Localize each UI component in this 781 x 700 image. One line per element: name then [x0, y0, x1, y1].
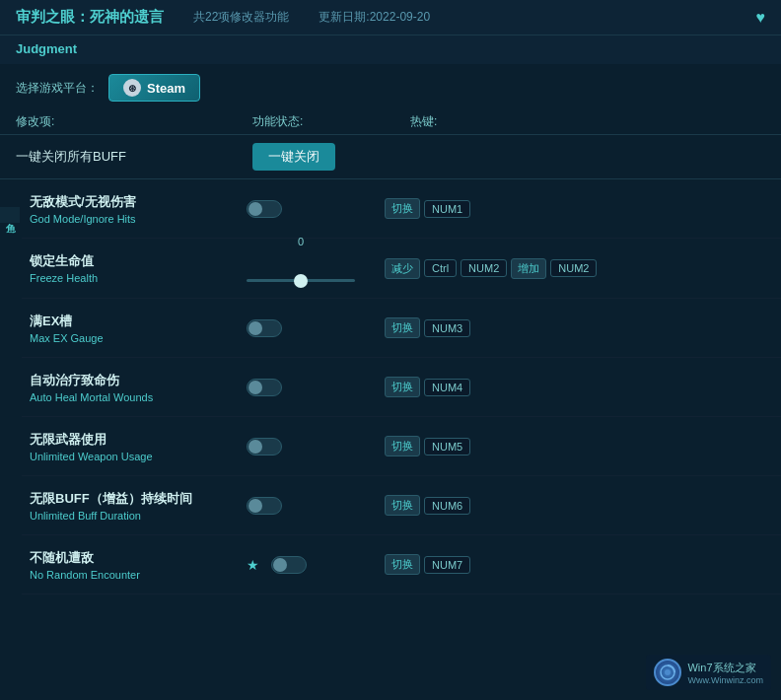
mod-row: 无限武器使用Unlimited Weapon Usage切换NUM5 — [22, 417, 781, 476]
hotkey-badge[interactable]: NUM7 — [424, 556, 470, 574]
mod-info: 不随机遭敌No Random Encounter — [30, 549, 247, 581]
mod-row: 锁定生命值Freeze Health0减少CtrlNUM2增加NUM2 — [22, 239, 781, 299]
hotkey-label[interactable]: 切换 — [385, 377, 420, 397]
hotkey-badge[interactable]: NUM6 — [424, 497, 470, 515]
mod-toggle-area — [247, 497, 385, 515]
watermark-url: Www.Winwinz.com — [687, 675, 763, 685]
game-title-en: Judgment — [16, 41, 765, 56]
watermark-text-block: Win7系统之家 Www.Winwinz.com — [687, 661, 763, 685]
mod-hotkey-area: 切换NUM3 — [385, 317, 765, 338]
mod-toggle[interactable] — [247, 379, 282, 396]
toggle-knob — [248, 440, 262, 454]
mod-info: 无限武器使用Unlimited Weapon Usage — [30, 431, 247, 462]
mod-name-en: Max EX Gauge — [30, 332, 247, 344]
slider-value: 0 — [291, 236, 311, 247]
game-title-cn: 审判之眼：死神的遗言 — [16, 8, 164, 27]
toggle-knob — [273, 558, 287, 572]
mod-name-cn: 锁定生命值 — [30, 252, 247, 270]
hotkey-badge[interactable]: NUM1 — [424, 200, 470, 218]
watermark: Win7系统之家 Www.Winwinz.com — [646, 655, 771, 690]
hotkey-badge[interactable]: NUM2 — [550, 259, 597, 277]
steam-label: Steam — [147, 81, 185, 96]
hotkey-label[interactable]: 切换 — [385, 554, 420, 575]
update-date: 更新日期:2022-09-20 — [319, 9, 430, 26]
mod-name-en: God Mode/Ignore Hits — [30, 213, 247, 225]
health-slider[interactable] — [247, 279, 355, 282]
heart-icon[interactable]: ♥ — [756, 9, 766, 27]
hotkey-label[interactable]: 切换 — [385, 436, 420, 456]
mod-toggle-area: ★ — [247, 556, 385, 574]
header: 审判之眼：死神的遗言 共22项修改器功能 更新日期:2022-09-20 ♥ — [0, 0, 781, 35]
mod-name-en: Unlimited Weapon Usage — [30, 451, 247, 462]
hotkey-label[interactable]: 切换 — [385, 495, 420, 516]
mod-row: 自动治疗致命伤Auto Heal Mortal Wounds切换NUM4 — [22, 358, 781, 417]
star-icon: ★ — [247, 557, 259, 573]
hotkey-label[interactable]: 增加 — [511, 258, 546, 279]
watermark-logo — [654, 659, 681, 686]
onekey-status: 一键关闭 — [252, 143, 410, 171]
mod-hotkey-area: 切换NUM5 — [385, 436, 765, 456]
mod-info: 自动治疗致命伤Auto Heal Mortal Wounds — [30, 372, 247, 403]
platform-section: 选择游戏平台： ⊛ Steam — [0, 64, 781, 107]
steam-icon: ⊛ — [123, 79, 141, 97]
mod-name-cn: 无限武器使用 — [30, 431, 247, 449]
mod-name-en: Unlimited Buff Duration — [30, 510, 247, 522]
mod-hotkey-area: 切换NUM7 — [385, 554, 765, 575]
hotkey-badge[interactable]: NUM5 — [424, 438, 470, 455]
col-mod-label: 修改项: — [16, 113, 252, 130]
col-status-label: 功能状态: — [252, 113, 410, 130]
mod-row: 无敌模式/无视伤害God Mode/Ignore Hits切换NUM1 — [22, 179, 781, 239]
onekey-label: 一键关闭所有BUFF — [16, 148, 252, 166]
mod-toggle[interactable] — [271, 556, 307, 574]
mod-name-en: Freeze Health — [30, 272, 247, 284]
col-hotkey-label: 热键: — [410, 113, 765, 130]
mod-toggle[interactable] — [247, 319, 282, 337]
mod-hotkey-area: 切换NUM4 — [385, 377, 765, 397]
hotkey-label[interactable]: 切换 — [385, 198, 420, 219]
mod-name-cn: 不随机遭敌 — [30, 549, 247, 567]
mod-toggle-area — [247, 379, 385, 396]
hotkey-label[interactable]: 切换 — [385, 317, 420, 338]
mod-toggle[interactable] — [247, 200, 282, 218]
onekey-button[interactable]: 一键关闭 — [252, 143, 335, 171]
slider-wrap: 0 — [247, 250, 355, 286]
mod-toggle[interactable] — [247, 438, 282, 455]
toggle-knob — [248, 321, 262, 335]
mod-name-cn: 无限BUFF（增益）持续时间 — [30, 490, 247, 508]
mod-hotkey-area: 切换NUM6 — [385, 495, 765, 516]
mod-name-en: Auto Heal Mortal Wounds — [30, 391, 247, 403]
mod-toggle-area: 0 — [247, 250, 385, 286]
mod-name-cn: 自动治疗致命伤 — [30, 372, 247, 389]
hotkey-badge[interactable]: NUM4 — [424, 379, 470, 396]
mod-info: 满EX槽Max EX Gauge — [30, 313, 247, 344]
feature-count: 共22项修改器功能 — [193, 9, 289, 26]
mod-toggle-area — [247, 200, 385, 218]
mod-name-cn: 满EX槽 — [30, 313, 247, 330]
mod-info: 锁定生命值Freeze Health — [30, 252, 247, 284]
mod-hotkey-area: 减少CtrlNUM2增加NUM2 — [385, 258, 765, 279]
mod-info: 无敌模式/无视伤害God Mode/Ignore Hits — [30, 193, 247, 225]
mod-toggle-area — [247, 438, 385, 455]
mod-row: 无限BUFF（增益）持续时间Unlimited Buff Duration切换N… — [22, 476, 781, 535]
sub-header: Judgment — [0, 35, 781, 64]
mod-toggle-area — [247, 319, 385, 337]
mod-name-en: No Random Encounter — [30, 569, 247, 581]
hotkey-badge[interactable]: Ctrl — [424, 259, 457, 277]
mod-info: 无限BUFF（增益）持续时间Unlimited Buff Duration — [30, 490, 247, 522]
mod-name-cn: 无敌模式/无视伤害 — [30, 193, 247, 211]
toggle-knob — [248, 381, 262, 394]
column-headers: 修改项: 功能状态: 热键: — [0, 107, 781, 135]
mod-list: 无敌模式/无视伤害God Mode/Ignore Hits切换NUM1锁定生命值… — [22, 179, 781, 595]
steam-button[interactable]: ⊛ Steam — [108, 74, 200, 102]
mod-toggle[interactable] — [247, 497, 282, 515]
hotkey-badge[interactable]: NUM3 — [424, 319, 470, 337]
hotkey-label[interactable]: 减少 — [385, 258, 420, 279]
toggle-knob — [248, 499, 262, 513]
hotkey-badge[interactable]: NUM2 — [461, 259, 507, 277]
mod-hotkey-area: 切换NUM1 — [385, 198, 765, 219]
mod-row: 满EX槽Max EX Gauge切换NUM3 — [22, 299, 781, 358]
onekey-row: 一键关闭所有BUFF 一键关闭 — [0, 135, 781, 179]
mod-row: 不随机遭敌No Random Encounter★切换NUM7 — [22, 535, 781, 595]
sidebar: 角色 — [0, 207, 20, 223]
platform-label: 选择游戏平台： — [16, 80, 99, 97]
